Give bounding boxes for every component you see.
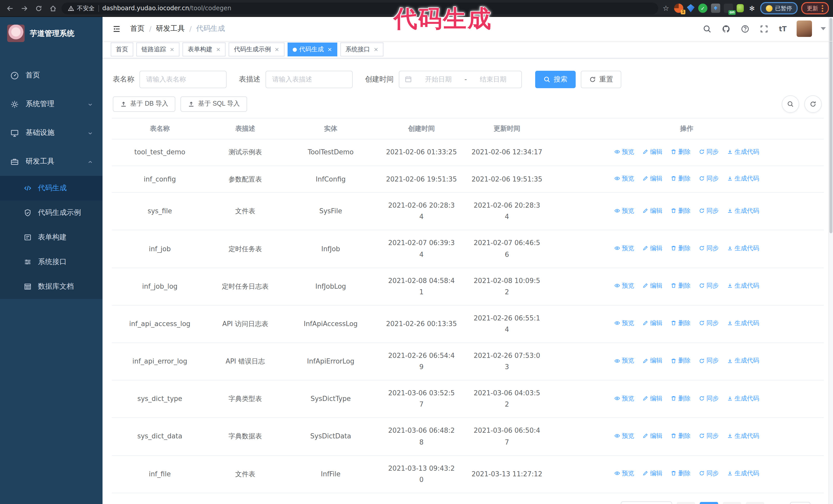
action-download-link[interactable]: 生成代码 [727,393,759,404]
browser-reload-button[interactable] [33,3,44,14]
page-button-1[interactable]: 1 [700,502,718,504]
action-eye-link[interactable]: 预览 [614,356,634,366]
action-edit-link[interactable]: 编辑 [642,205,662,216]
user-avatar[interactable] [796,21,812,37]
sidebar-item-3[interactable]: 研发工具 [0,147,102,176]
tag-tab-3[interactable]: 代码生成示例× [229,43,284,56]
action-sync-link[interactable]: 同步 [699,173,719,184]
action-eye-link[interactable]: 预览 [614,468,634,479]
page-button-2[interactable]: 2 [723,502,741,504]
sidebar-subitem-0[interactable]: 代码生成 [0,176,102,200]
browser-update-button[interactable]: 更新 [801,2,829,14]
prev-page-button[interactable] [677,502,695,504]
action-edit-link[interactable]: 编辑 [642,318,662,329]
sidebar-subitem-4[interactable]: 数据库文档 [0,274,102,299]
action-sync-link[interactable]: 同步 [699,146,719,157]
action-download-link[interactable]: 生成代码 [727,281,759,291]
action-download-link[interactable]: 生成代码 [727,243,759,254]
action-sync-link[interactable]: 同步 [699,205,719,216]
action-download-link[interactable]: 生成代码 [727,173,759,184]
action-sync-link[interactable]: 同步 [699,468,719,479]
reset-button[interactable]: 重置 [581,71,621,88]
action-eye-link[interactable]: 预览 [614,243,634,254]
user-menu-caret-icon[interactable] [821,27,826,30]
import-sql-button[interactable]: 基于 SQL 导入 [181,96,247,112]
table-desc-input[interactable] [265,71,353,88]
browser-back-button[interactable] [4,3,15,14]
tag-tab-4[interactable]: 代码生成× [287,43,337,56]
action-download-link[interactable]: 生成代码 [727,205,759,216]
action-delete-link[interactable]: 删除 [670,281,690,291]
breadcrumb-item-0[interactable]: 首页 [130,24,145,33]
browser-home-button[interactable] [47,3,58,14]
action-eye-link[interactable]: 预览 [614,431,634,441]
close-tab-icon[interactable]: × [374,46,378,53]
bookmark-star-icon[interactable]: ☆ [661,4,670,13]
extension-onenote-icon[interactable]: on [724,4,733,13]
sidebar-item-2[interactable]: 基础设施 [0,118,102,147]
refresh-table-button[interactable] [804,95,822,113]
action-delete-link[interactable]: 删除 [670,393,690,404]
extension-grid-icon[interactable] [711,4,720,13]
browser-address-bar[interactable]: 不安全 dashboard.yudao.iocoder.cn/tool/code… [62,2,658,14]
action-sync-link[interactable]: 同步 [699,281,719,291]
tag-tab-5[interactable]: 系统接口× [340,43,383,56]
font-size-icon[interactable]: tT [778,24,788,34]
action-edit-link[interactable]: 编辑 [642,468,662,479]
date-range-picker[interactable]: 开始日期 - 结束日期 [399,71,522,88]
action-edit-link[interactable]: 编辑 [642,146,662,157]
action-download-link[interactable]: 生成代码 [727,146,759,157]
action-eye-link[interactable]: 预览 [614,393,634,404]
close-tab-icon[interactable]: × [170,46,174,53]
scrollbar-thumb[interactable] [829,18,832,233]
action-download-link[interactable]: 生成代码 [727,468,759,479]
sidebar-subitem-3[interactable]: 系统接口 [0,250,102,274]
action-delete-link[interactable]: 删除 [670,356,690,366]
action-eye-link[interactable]: 预览 [614,281,634,291]
extension-green-robot-icon[interactable] [737,4,744,12]
date-end-placeholder[interactable]: 结束日期 [470,75,516,84]
tag-tab-2[interactable]: 表单构建× [183,43,225,56]
action-edit-link[interactable]: 编辑 [642,243,662,254]
github-icon[interactable] [721,24,731,34]
browser-forward-button[interactable] [19,3,30,14]
search-icon[interactable] [702,24,712,34]
tag-tab-1[interactable]: 链路追踪× [136,43,180,56]
paused-status-badge[interactable]: 已暂停 [760,2,798,14]
extensions-puzzle-icon[interactable]: ✻ [747,4,757,13]
next-page-button[interactable] [746,502,764,504]
action-edit-link[interactable]: 编辑 [642,173,662,184]
close-tab-icon[interactable]: × [216,46,220,53]
table-name-input[interactable] [139,71,227,88]
action-sync-link[interactable]: 同步 [699,431,719,441]
sidebar-subitem-1[interactable]: 代码生成示例 [0,200,102,225]
sidebar-subitem-2[interactable]: 表单构建 [0,225,102,250]
browser-menu-icon[interactable] [822,5,823,11]
action-download-link[interactable]: 生成代码 [727,356,759,366]
action-download-link[interactable]: 生成代码 [727,318,759,329]
action-delete-link[interactable]: 删除 [670,146,690,157]
date-start-placeholder[interactable]: 开始日期 [415,75,461,84]
action-eye-link[interactable]: 预览 [614,146,634,157]
action-edit-link[interactable]: 编辑 [642,393,662,404]
sidebar-fold-icon[interactable] [110,22,123,35]
help-icon[interactable] [740,24,750,34]
action-eye-link[interactable]: 预览 [614,173,634,184]
action-delete-link[interactable]: 删除 [670,431,690,441]
action-edit-link[interactable]: 编辑 [642,431,662,441]
action-delete-link[interactable]: 删除 [670,243,690,254]
extension-check-icon[interactable]: ✓ [698,4,708,13]
action-sync-link[interactable]: 同步 [699,393,719,404]
search-button[interactable]: 搜索 [535,71,576,88]
close-tab-icon[interactable]: × [327,46,332,53]
breadcrumb-item-1[interactable]: 研发工具 [156,24,185,33]
site-security-warning[interactable]: 不安全 [68,4,95,12]
action-delete-link[interactable]: 删除 [670,173,690,184]
extension-orange-icon[interactable]: 1 [674,4,683,13]
fullscreen-icon[interactable] [759,24,769,34]
toggle-search-button[interactable] [782,95,799,113]
action-edit-link[interactable]: 编辑 [642,356,662,366]
action-edit-link[interactable]: 编辑 [642,281,662,291]
action-sync-link[interactable]: 同步 [699,318,719,329]
tag-tab-0[interactable]: 首页 [111,43,133,56]
